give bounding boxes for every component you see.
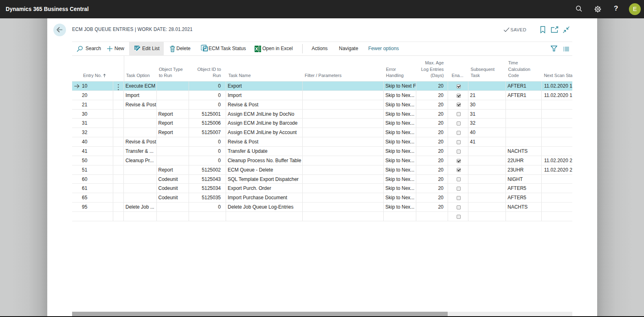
- svg-text:X: X: [255, 46, 258, 51]
